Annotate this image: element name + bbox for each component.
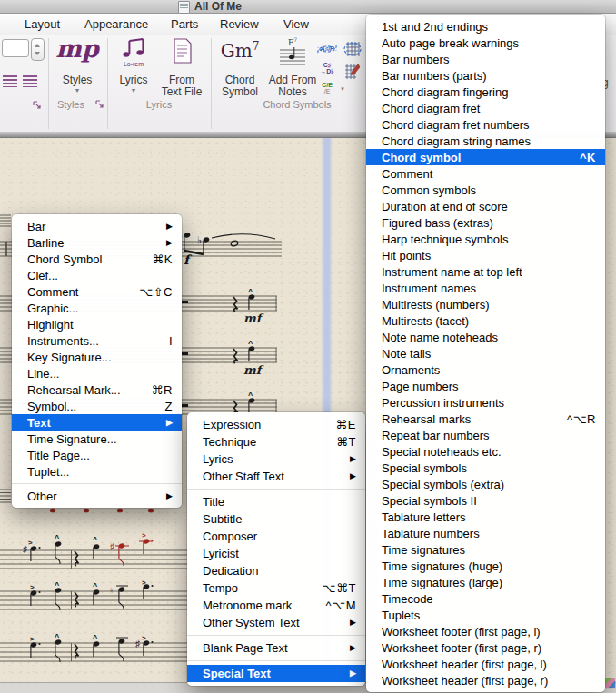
- lyrics-dropdown-caret-icon[interactable]: ▼: [114, 87, 153, 94]
- menu-item-text[interactable]: Text▶: [12, 414, 182, 431]
- menu-item-title-page[interactable]: Title Page...: [12, 447, 182, 463]
- lyrics-button[interactable]: Lyrics: [114, 74, 153, 86]
- menu-item-key-signature[interactable]: Key Signature...: [12, 349, 182, 365]
- menu-item-multirests-numbers[interactable]: Multirests (numbers): [366, 296, 605, 312]
- menu-item-comment[interactable]: Comment: [366, 165, 605, 182]
- add-from-notes-button[interactable]: Add From Notes: [267, 74, 318, 98]
- menu-item-other-staff-text[interactable]: Other Staff Text▶: [187, 468, 365, 485]
- menu-item-clef[interactable]: Clef...: [12, 267, 182, 283]
- menu-item-hit-points[interactable]: Hit points: [366, 247, 605, 263]
- stepper-up-icon[interactable]: [35, 44, 40, 47]
- chord-voicing-icon[interactable]: C/E /E ▼: [314, 82, 340, 94]
- tab-view[interactable]: View: [283, 14, 309, 35]
- menu-item-worksheet-header-first-page-r[interactable]: Worksheet header (first page, r): [366, 672, 605, 688]
- menu-item-chord-diagram-fret-numbers[interactable]: Chord diagram fret numbers: [366, 116, 605, 133]
- menu-item-technique[interactable]: Technique⌘T: [187, 433, 365, 450]
- dialog-launcher-icon[interactable]: [33, 101, 41, 109]
- menu-item-special-symbols-ii[interactable]: Special symbols II: [366, 492, 605, 509]
- add-from-notes-icon[interactable]: F7: [273, 36, 313, 69]
- menu-item-symbol[interactable]: Symbol...Z: [12, 398, 182, 414]
- menu-item-subtitle[interactable]: Subtitle: [187, 510, 365, 528]
- menu-item-highlight[interactable]: Highlight: [12, 316, 182, 332]
- menu-item-tablature-letters[interactable]: Tablature letters: [366, 509, 605, 525]
- equivalent-chord-text-icon[interactable]: A♯/F: [314, 42, 340, 56]
- menu-item-worksheet-footer-first-page-l[interactable]: Worksheet footer (first page, l): [366, 623, 605, 639]
- stepper-down-icon[interactable]: [35, 52, 40, 55]
- from-text-file-button[interactable]: From Text File: [154, 74, 209, 98]
- menu-item-chord-symbol[interactable]: Chord Symbol⌘K: [12, 251, 182, 267]
- menu-item-rehearsal-mark[interactable]: Rehearsal Mark...⌘R: [12, 381, 182, 398]
- menu-item-worksheet-footer-first-page-r[interactable]: Worksheet footer (first page, r): [366, 639, 605, 656]
- menu-item-time-signatures[interactable]: Time signatures: [366, 541, 605, 558]
- menu-item-ornaments[interactable]: Ornaments: [366, 361, 605, 378]
- menu-item-1st-and-2nd-endings[interactable]: 1st and 2nd endings: [366, 18, 605, 35]
- menu-item-title[interactable]: Title: [187, 493, 365, 510]
- style-combo-input[interactable]: [2, 39, 29, 57]
- chord-symbol-button[interactable]: Chord Symbol: [214, 74, 265, 98]
- menu-item-chord-symbol[interactable]: Chord symbol^K: [366, 149, 605, 165]
- styles-mp-icon[interactable]: mp: [51, 35, 104, 63]
- menu-item-special-text[interactable]: Special Text▶: [187, 665, 365, 682]
- menu-item-chord-diagram-fret[interactable]: Chord diagram fret: [366, 100, 605, 116]
- menu-item-chord-diagram-string-names[interactable]: Chord diagram string names: [366, 133, 605, 149]
- chord-symbol-icon[interactable]: Gm7: [214, 40, 265, 62]
- value-stepper[interactable]: [31, 38, 45, 61]
- menu-item-time-signature[interactable]: Time Signature...: [12, 431, 182, 447]
- menu-item-duration-at-end-of-score[interactable]: Duration at end of score: [366, 198, 605, 214]
- voicing-dropdown-caret-icon[interactable]: ▼: [340, 86, 345, 93]
- menu-item-special-symbols[interactable]: Special symbols: [366, 460, 605, 476]
- menu-item-time-signatures-large[interactable]: Time signatures (large): [366, 574, 605, 590]
- menu-item-percussion-instruments[interactable]: Percussion instruments: [366, 394, 605, 411]
- from-text-file-icon[interactable]: [160, 38, 205, 67]
- tab-appearance[interactable]: Appearance: [84, 14, 148, 35]
- menu-item-graphic[interactable]: Graphic...: [12, 300, 182, 316]
- revoice-chord-diagram-icon[interactable]: [343, 40, 362, 62]
- menu-item-tuplets[interactable]: Tuplets: [366, 607, 605, 623]
- menu-item-repeat-bar-numbers[interactable]: Repeat bar numbers: [366, 427, 605, 443]
- menu-item-tuplet[interactable]: Tuplet...: [12, 463, 182, 480]
- menu-item-expression[interactable]: Expression⌘E: [187, 416, 365, 433]
- menu-item-special-noteheads-etc[interactable]: Special noteheads etc.: [366, 443, 605, 460]
- menu-item-line[interactable]: Line...: [12, 365, 182, 381]
- menu-item-other-system-text[interactable]: Other System Text▶: [187, 614, 365, 631]
- menu-item-note-name-noteheads[interactable]: Note name noteheads: [366, 329, 605, 345]
- menu-item-auto-page-break-warnings[interactable]: Auto page break warnings: [366, 35, 605, 51]
- edit-chord-diagram-icon[interactable]: [343, 62, 362, 84]
- menu-item-special-symbols-extra[interactable]: Special symbols (extra): [366, 476, 605, 492]
- menu-item-figured-bass-extras[interactable]: Figured bass (extras): [366, 214, 605, 231]
- menu-item-lyricist[interactable]: Lyricist: [187, 545, 365, 562]
- menu-item-time-signatures-huge[interactable]: Time signatures (huge): [366, 558, 605, 574]
- tab-layout[interactable]: Layout: [25, 14, 60, 35]
- menu-item-harp-technique-symbols[interactable]: Harp technique symbols: [366, 231, 605, 247]
- styles-button[interactable]: Styles: [51, 74, 104, 86]
- menu-item-tablature-numbers[interactable]: Tablature numbers: [366, 525, 605, 541]
- menu-item-bar-numbers-parts[interactable]: Bar numbers (parts): [366, 67, 605, 84]
- tab-review[interactable]: Review: [220, 14, 259, 35]
- menu-item-dedication[interactable]: Dedication: [187, 562, 365, 579]
- menu-item-other[interactable]: Other▶: [12, 488, 182, 504]
- menu-item-instrument-name-at-top-left[interactable]: Instrument name at top left: [366, 263, 605, 280]
- menu-item-multirests-tacet[interactable]: Multirests (tacet): [366, 312, 605, 329]
- menu-item-comment[interactable]: Comment⌥⇧C: [12, 283, 182, 300]
- menu-item-blank-page-text[interactable]: Blank Page Text▶: [187, 639, 365, 657]
- menu-item-rehearsal-marks[interactable]: Rehearsal marks^⌥R: [366, 411, 605, 427]
- menu-item-chord-diagram-fingering[interactable]: Chord diagram fingering: [366, 84, 605, 100]
- respell-chord-text-icon[interactable]: C♯ →D♭: [314, 62, 340, 74]
- menu-item-instruments[interactable]: Instruments...I: [12, 332, 182, 349]
- menu-item-bar[interactable]: Bar▶: [12, 218, 182, 234]
- styles-dropdown-caret-icon[interactable]: ▼: [51, 87, 104, 94]
- justify-text-icon[interactable]: [23, 75, 37, 87]
- menu-item-composer[interactable]: Composer: [187, 528, 365, 545]
- tab-parts[interactable]: Parts: [171, 14, 198, 35]
- lyrics-notes-icon[interactable]: Lo-rem: [114, 36, 153, 67]
- styles-dialog-launcher-icon[interactable]: [95, 100, 104, 108]
- menu-item-bar-numbers[interactable]: Bar numbers: [366, 51, 605, 67]
- menu-item-timecode[interactable]: Timecode: [366, 590, 605, 607]
- panel-toggle-icon[interactable]: [605, 678, 615, 688]
- menu-item-lyrics[interactable]: Lyrics▶: [187, 450, 365, 468]
- menu-item-common-symbols[interactable]: Common symbols: [366, 182, 605, 198]
- align-text-icon[interactable]: [3, 75, 17, 87]
- menu-item-note-tails[interactable]: Note tails: [366, 345, 605, 361]
- menu-item-page-numbers[interactable]: Page numbers: [366, 378, 605, 394]
- menu-item-tempo[interactable]: Tempo⌥⌘T: [187, 579, 365, 597]
